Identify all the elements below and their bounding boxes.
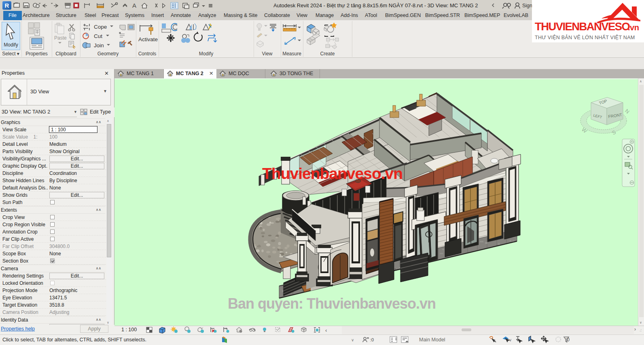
svg-text:THUVIENBANVESO: THUVIENBANVESO — [535, 20, 630, 33]
svg-text:.vn: .vn — [628, 23, 639, 32]
svg-text:‹: ‹ — [325, 327, 327, 333]
svg-text:THƯ VIỆN BẢN VẼ LỚN NHẤT VIỆT: THƯ VIỆN BẢN VẼ LỚN NHẤT VIỆT NAM — [535, 34, 635, 40]
svg-text:Join: Join — [94, 42, 104, 48]
svg-text:N: N — [624, 108, 631, 115]
svg-text:Paste: Paste — [54, 35, 67, 41]
svg-text:Sign: Sign — [522, 3, 532, 8]
svg-text:Cope: Cope — [94, 24, 107, 30]
svg-text:Cut: Cut — [94, 33, 102, 39]
svg-text:Activate: Activate — [138, 36, 158, 42]
svg-text:A: A — [132, 2, 136, 9]
svg-text::0: :0 — [370, 337, 374, 342]
